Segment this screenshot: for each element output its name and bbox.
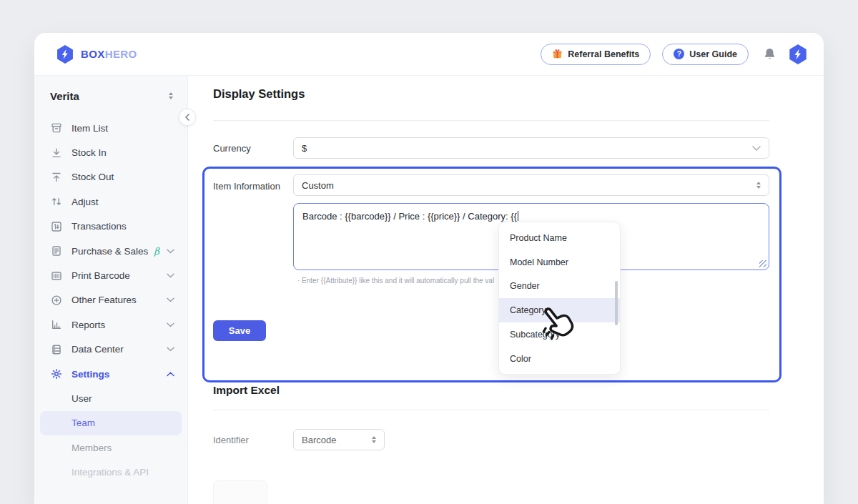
sidebar-item[interactable]: Other Features xyxy=(34,288,187,312)
stepper-icon xyxy=(756,182,761,189)
chevron-down-icon xyxy=(167,297,174,302)
attribute-option-label: Category xyxy=(510,305,546,315)
template-hint-text: · Enter {{Attribute}} like this and it w… xyxy=(297,277,494,285)
import-excel-title: Import Excel xyxy=(213,384,280,397)
top-header: BOXHERO Referral Benefits ? User Guide xyxy=(34,33,824,76)
attribute-option-label: Subcategory xyxy=(510,330,560,340)
attribute-option[interactable]: Subcategory xyxy=(499,322,620,347)
sidebar-subitem[interactable]: Integrations & API xyxy=(40,460,182,484)
attribute-option-label: Color xyxy=(510,354,531,364)
currency-value: $ xyxy=(302,143,307,154)
sidebar-subitem[interactable]: Team xyxy=(40,411,182,435)
item-information-label: Item Information xyxy=(213,181,280,192)
sidebar-item[interactable]: Stock Out xyxy=(34,165,187,189)
workspace-name: Verita xyxy=(50,90,79,102)
attribute-option[interactable]: Product Name xyxy=(499,226,620,250)
app-window: BOXHERO Referral Benefits ? User Guide V… xyxy=(34,33,824,504)
settings-icon xyxy=(50,368,62,380)
user-guide-label: User Guide xyxy=(689,49,737,59)
currency-label: Currency xyxy=(213,143,251,154)
item-information-mode-value: Custom xyxy=(302,180,334,191)
sidebar-subitem-label: Team xyxy=(72,417,95,428)
beta-badge: β xyxy=(154,245,159,257)
dropdown-scrollbar[interactable] xyxy=(615,281,618,325)
reports-icon xyxy=(50,319,62,331)
chevron-up-icon xyxy=(167,372,174,377)
sidebar-item-label: Stock In xyxy=(72,147,107,158)
attribute-option-label: Gender xyxy=(510,281,540,291)
purchase-sales-icon xyxy=(50,245,62,257)
chevron-down-icon xyxy=(167,273,174,278)
sidebar-subitem-label: User xyxy=(72,393,92,404)
sidebar-nav: Item List Stock In Stock Out xyxy=(34,116,187,386)
sidebar-subitem-label: Integrations & API xyxy=(72,467,149,478)
settings-submenu: User Team Members Integrations & API xyxy=(34,386,187,485)
attribute-option[interactable]: Model Number xyxy=(499,250,620,275)
page-title: Display Settings xyxy=(213,87,305,101)
sidebar-item-label: Adjust xyxy=(72,197,99,207)
sidebar-subitem-label: Members xyxy=(72,443,112,453)
transactions-icon xyxy=(50,220,62,232)
identifier-value: Barcode xyxy=(302,435,336,445)
referral-benefits-label: Referral Benefits xyxy=(568,49,639,59)
user-guide-button[interactable]: ? User Guide xyxy=(662,44,749,65)
referral-benefits-button[interactable]: Referral Benefits xyxy=(541,44,651,65)
sidebar-subitem[interactable]: User xyxy=(40,386,182,410)
sidebar-item[interactable]: Stock In xyxy=(34,140,187,164)
sidebar-item[interactable]: Adjust xyxy=(34,189,187,214)
stock-in-icon xyxy=(50,147,62,159)
sidebar-item[interactable]: Item List xyxy=(34,116,187,140)
sidebar-item[interactable]: Print Barcode xyxy=(34,263,187,287)
item-template-text: Barcode : {{barcode}} / Price : {{price}… xyxy=(302,211,517,222)
other-features-icon xyxy=(50,294,62,306)
adjust-icon xyxy=(50,196,62,208)
item-information-mode-select[interactable]: Custom xyxy=(293,174,769,196)
attribute-option[interactable]: Category xyxy=(499,298,620,322)
attribute-option[interactable]: Gender xyxy=(499,275,620,299)
currency-select[interactable]: $ xyxy=(293,137,769,159)
sidebar-item-label: Other Features xyxy=(72,295,137,305)
workspace-switcher[interactable]: Verita xyxy=(34,76,187,116)
sidebar-item-label: Reports xyxy=(72,320,105,330)
sidebar-item[interactable]: Reports xyxy=(34,312,187,337)
attribute-option[interactable]: Color xyxy=(499,347,620,371)
notifications-button[interactable] xyxy=(763,47,776,61)
attribute-dropdown: Product Name Model Number Gender Categor… xyxy=(498,222,621,375)
sidebar-item[interactable]: Settings xyxy=(34,362,187,386)
boxhero-logo: BOXHERO xyxy=(56,44,137,64)
chevron-down-icon xyxy=(167,249,174,254)
resize-grip[interactable] xyxy=(759,260,766,267)
sidebar-item[interactable]: Data Center xyxy=(34,337,187,362)
workspace-sort-icon xyxy=(169,92,173,99)
sidebar-item-label: Transactions xyxy=(72,221,127,232)
item-list-icon xyxy=(50,122,62,134)
data-center-icon xyxy=(50,343,62,355)
sidebar-item-label: Stock Out xyxy=(72,172,114,182)
workspace-avatar[interactable] xyxy=(788,44,808,65)
text-caret xyxy=(518,211,518,221)
faded-button xyxy=(213,480,267,504)
sidebar-subitem[interactable]: Members xyxy=(40,435,182,460)
sidebar-item-label: Data Center xyxy=(72,344,124,355)
chevron-left-icon xyxy=(184,114,190,121)
gift-icon xyxy=(552,49,563,59)
sidebar-collapse-button[interactable] xyxy=(179,109,196,126)
stepper-icon xyxy=(372,436,376,443)
save-button[interactable]: Save xyxy=(213,320,266,341)
chevron-down-icon xyxy=(167,322,174,327)
sidebar-item-label: Purchase & Sales xyxy=(72,246,148,257)
sidebar-item-label: Print Barcode xyxy=(72,270,130,281)
sidebar-item[interactable]: Transactions xyxy=(34,214,187,239)
identifier-select[interactable]: Barcode xyxy=(293,429,385,450)
item-information-highlight-box: Item Information Custom Barcode : {{barc… xyxy=(202,167,781,382)
print-barcode-icon xyxy=(50,270,62,282)
divider xyxy=(213,410,769,410)
boxhero-hexagon-icon xyxy=(56,44,74,64)
sidebar-item[interactable]: Purchase & Sales β xyxy=(34,239,187,263)
divider xyxy=(213,120,769,121)
identifier-label: Identifier xyxy=(213,435,249,445)
bell-icon xyxy=(763,47,776,61)
main-content: Display Settings Currency $ Item Informa… xyxy=(188,76,824,504)
stock-out-icon xyxy=(50,171,62,183)
logo-wordmark: BOXHERO xyxy=(81,48,137,60)
